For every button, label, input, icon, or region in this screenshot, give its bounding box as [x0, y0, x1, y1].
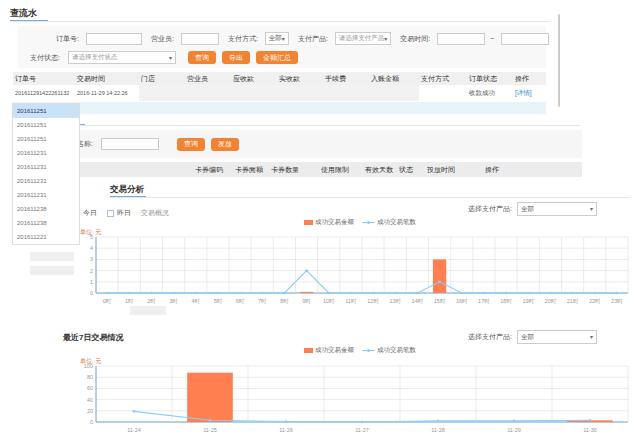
line-point: [571, 292, 574, 295]
pay-method-select[interactable]: 全部 ▾: [265, 32, 289, 45]
list-item[interactable]: 201611251: [13, 118, 79, 132]
col-order-no: 订单号: [13, 72, 75, 85]
col-fee: 手续费: [323, 72, 369, 85]
list-item[interactable]: 201611238: [13, 202, 79, 216]
list-item[interactable]: 201611221: [13, 230, 79, 244]
cell-order-no: 201611291422261132: [13, 85, 75, 101]
x-tick-label: 14时: [412, 298, 424, 304]
col-clerk: 营业员: [185, 72, 231, 85]
coupon-search-button[interactable]: 查询: [177, 138, 205, 151]
amount-summary-button[interactable]: 金额汇总: [256, 51, 298, 64]
list-item[interactable]: 201611231: [13, 174, 79, 188]
transactions-header-row: 订单号 交易时间 门店 营业员 应收款 实收款 手续费 入账金额 支付方式 订单…: [13, 72, 546, 85]
trend-chart-title: 最近7日交易情况: [63, 332, 123, 343]
col-valid-days: 有效天数: [365, 165, 399, 175]
clerk-input[interactable]: [181, 33, 219, 45]
trade-time-start-input[interactable]: [437, 33, 485, 45]
order-suggestion-dropdown: 201611251 201611251 201611251 201611231 …: [12, 103, 80, 245]
search-button[interactable]: 查询: [188, 51, 216, 64]
daily-trend-chart: 单位: 元02040608010011-2411-2511-2611-2711-…: [78, 356, 634, 442]
coupon-table-header: 活动名称 卡券编码 卡券面额 卡券数量 使用限制 有效天数 状态 投放时间 操作: [45, 162, 582, 177]
yesterday-checkbox[interactable]: [107, 210, 114, 217]
x-tick-label: 21时: [567, 298, 579, 304]
flow-filter-form: 订单号: 营业员: 支付方式: 全部 ▾ 支付产品: 请选择支付产品 ▾ 交易时…: [18, 26, 546, 68]
cell-clerk: [185, 85, 231, 101]
scrollbar[interactable]: [558, 14, 560, 107]
cell-store: [139, 85, 185, 101]
export-button[interactable]: 导出: [222, 51, 250, 64]
list-item[interactable]: 201611231: [13, 160, 79, 174]
x-tick-label: 0时: [103, 298, 112, 304]
line-point: [361, 421, 364, 424]
y-tick-label: 40: [87, 397, 93, 403]
legend-amount-label: 成功交易金额: [315, 218, 354, 225]
caret-down-icon: ▾: [590, 206, 593, 212]
bar: [187, 373, 233, 422]
x-tick-label: 4时: [191, 298, 200, 304]
product-select[interactable]: 全部 ▾: [517, 330, 597, 344]
coupon-issue-button[interactable]: 发放: [211, 138, 239, 151]
line-point: [350, 292, 353, 295]
line-point: [589, 419, 592, 422]
x-tick-label: 11-24: [127, 427, 141, 433]
activity-name-input[interactable]: [101, 138, 159, 150]
period-selector: 今日 昨日 交易概况: [73, 208, 169, 218]
pay-status-select[interactable]: 请选择支付状态 ▾: [68, 51, 176, 64]
line-point: [209, 419, 212, 422]
y-tick-label: 0: [90, 290, 93, 296]
x-tick-label: 11-26: [279, 427, 293, 433]
product-filter-1: 选择支付产品: 全部 ▾: [468, 202, 597, 216]
product-select[interactable]: 全部 ▾: [517, 202, 597, 216]
analysis-title-divider: [110, 197, 630, 198]
line-point: [513, 420, 516, 423]
line-point: [217, 292, 220, 295]
x-tick-label: 13时: [389, 298, 401, 304]
daily-chart-legend: 成功交易金额成功交易笔数: [90, 346, 630, 355]
product-filter-2: 选择支付产品: 全部 ▾: [468, 330, 597, 344]
cell-pay-method: [419, 85, 467, 101]
x-tick-label: 12时: [367, 298, 379, 304]
product-select-label: 选择支付产品:: [468, 204, 512, 214]
list-item[interactable]: 201611231: [13, 188, 79, 202]
list-item[interactable]: 201611231: [13, 146, 79, 160]
list-item[interactable]: 201611251: [13, 132, 79, 146]
flow-panel-title: 查流水: [10, 7, 37, 20]
cell-credited: [369, 85, 419, 101]
caret-down-icon: ▾: [590, 334, 593, 340]
line-point: [106, 292, 109, 295]
pay-method-label: 支付方式:: [228, 34, 258, 44]
col-status: 状态: [399, 165, 427, 175]
list-item[interactable]: 201611251: [13, 104, 79, 118]
line-point: [505, 292, 508, 295]
y-tick-label: 60: [87, 385, 93, 391]
col-publish-time: 投放时间: [427, 165, 485, 175]
line-point: [372, 292, 375, 295]
y-tick-label: 80: [87, 374, 93, 380]
line-point: [527, 292, 530, 295]
trade-time-end-input[interactable]: [501, 33, 549, 45]
col-order-status: 订单状态: [467, 72, 513, 85]
bar-legend-swatch: [304, 348, 313, 353]
line-point: [261, 292, 264, 295]
cell-fee: [323, 85, 369, 101]
product-select-label: 选择支付产品:: [468, 332, 512, 342]
x-tick-label: 8时: [280, 298, 289, 304]
list-item[interactable]: 201611238: [13, 216, 79, 230]
x-tick-label: 1时: [125, 298, 134, 304]
line-point: [327, 292, 330, 295]
line-point: [593, 292, 596, 295]
x-tick-label: 6时: [236, 298, 245, 304]
x-tick-label: 7时: [258, 298, 267, 304]
line-point: [172, 292, 175, 295]
x-tick-label: 19时: [522, 298, 534, 304]
dashboard-page: 查流水 订单号: 营业员: 支付方式: 全部 ▾ 支付产品: 请选择支付产品 ▾…: [0, 0, 634, 446]
detail-link[interactable]: [详情]: [515, 89, 532, 96]
analysis-panel-title: 交易分析: [110, 184, 144, 196]
line-point: [438, 281, 441, 284]
x-tick-label: 15时: [434, 298, 446, 304]
order-no-input[interactable]: [86, 33, 142, 45]
caret-down-icon: ▾: [169, 55, 172, 61]
x-tick-label: 5时: [214, 298, 223, 304]
pay-product-select[interactable]: 请选择支付产品 ▾: [335, 32, 392, 45]
x-tick-label: 17时: [478, 298, 490, 304]
